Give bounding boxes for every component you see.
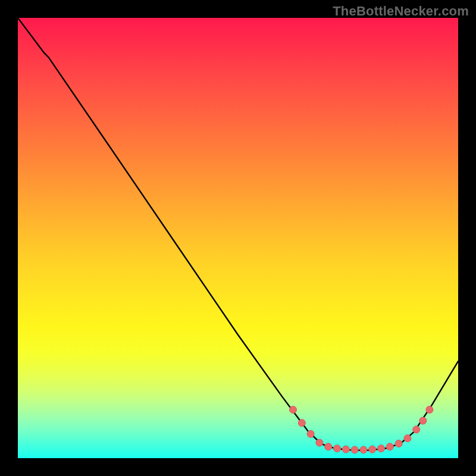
marker-dot [378, 445, 385, 452]
marker-dot [426, 406, 433, 414]
trough-markers [290, 406, 433, 453]
marker-dot [413, 426, 420, 433]
marker-dot [342, 446, 349, 453]
marker-dot [298, 419, 305, 427]
marker-dot [419, 417, 427, 424]
marker-dot [325, 443, 332, 450]
marker-dot [404, 435, 411, 442]
watermark-text: TheBottleNecker.com [333, 4, 469, 19]
chart-svg [18, 18, 458, 458]
bottleneck-curve [18, 18, 458, 450]
marker-dot [360, 446, 367, 453]
marker-dot [316, 439, 323, 446]
plot-area [18, 18, 458, 458]
marker-dot [290, 406, 297, 414]
marker-dot [307, 430, 314, 437]
marker-dot [395, 440, 402, 447]
marker-dot [369, 446, 376, 453]
chart-frame: TheBottleNecker.com [0, 0, 476, 476]
marker-dot [334, 445, 341, 452]
marker-dot [351, 446, 358, 453]
marker-dot [386, 443, 393, 450]
